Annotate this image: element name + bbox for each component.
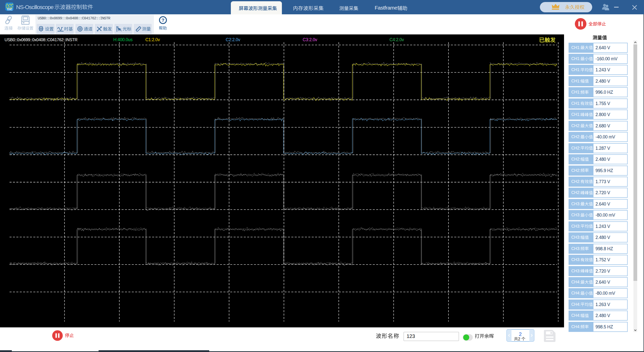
svg-text:2: 2 — [518, 337, 520, 341]
